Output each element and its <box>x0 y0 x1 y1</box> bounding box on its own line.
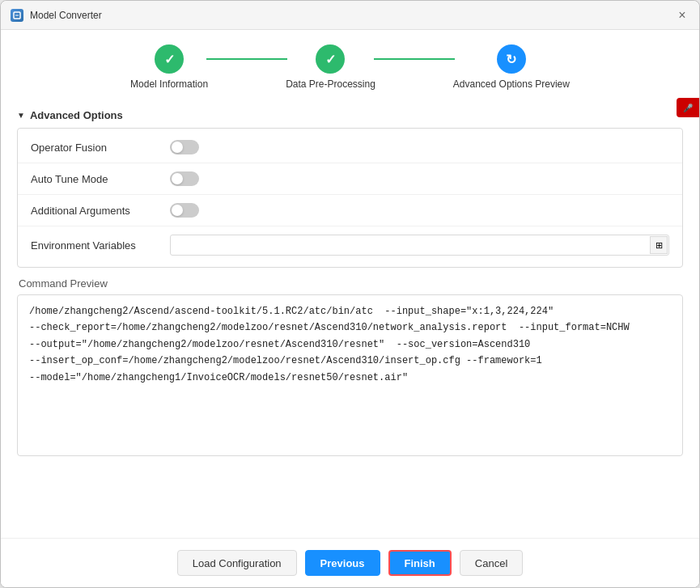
environment-variables-container: ⊞ <box>170 235 669 256</box>
additional-arguments-label: Additional Arguments <box>31 205 160 217</box>
operator-fusion-label: Operator Fusion <box>31 142 160 154</box>
title-bar: Model Converter × <box>1 1 699 30</box>
additional-arguments-toggle[interactable] <box>170 203 199 218</box>
app-icon <box>11 9 23 22</box>
command-preview-label: Command Preview <box>17 277 683 290</box>
finish-button[interactable]: Finish <box>388 550 452 576</box>
load-configuration-button[interactable]: Load Configuration <box>177 550 297 576</box>
step3-circle: ↻ <box>497 44 526 74</box>
additional-arguments-track <box>170 203 199 218</box>
step1-label: Model Information <box>130 78 208 90</box>
step3-spinner-icon: ↻ <box>506 52 516 67</box>
auto-tune-mode-label: Auto Tune Mode <box>31 173 160 185</box>
auto-tune-mode-row: Auto Tune Mode <box>18 163 682 195</box>
mic-icon: 🎤 <box>684 103 693 112</box>
step-model-information: ✓ Model Information <box>130 44 208 90</box>
previous-button[interactable]: Previous <box>305 550 380 576</box>
auto-tune-mode-track <box>170 171 199 186</box>
auto-tune-mode-toggle[interactable] <box>170 171 199 186</box>
expand-icon: ⊞ <box>655 240 663 251</box>
operator-fusion-track <box>170 140 199 154</box>
step3-label: Advanced Options Preview <box>453 78 570 90</box>
environment-variables-expand-button[interactable]: ⊞ <box>650 236 668 254</box>
step-advanced-options: ↻ Advanced Options Preview <box>453 44 570 90</box>
step2-circle: ✓ <box>316 44 345 74</box>
step1-circle: ✓ <box>155 44 184 74</box>
window-title: Model Converter <box>30 10 102 21</box>
operator-fusion-row: Operator Fusion <box>18 132 682 163</box>
connector-2-3 <box>374 58 455 60</box>
step2-check-icon: ✓ <box>325 52 336 67</box>
close-button[interactable]: × <box>675 8 689 23</box>
step1-check-icon: ✓ <box>164 52 175 67</box>
stepper: ✓ Model Information ✓ Data Pre-Processin… <box>1 30 699 101</box>
section-arrow-icon: ▼ <box>17 111 25 120</box>
options-panel: Operator Fusion Auto Tune Mode Additiona… <box>17 128 683 268</box>
main-content: ▼ Advanced Options Operator Fusion Auto … <box>1 101 699 538</box>
cancel-button[interactable]: Cancel <box>460 550 523 576</box>
additional-arguments-row: Additional Arguments <box>18 195 682 226</box>
connector-1-2 <box>206 58 287 60</box>
side-panel-button[interactable]: 🎤 <box>677 98 699 117</box>
command-preview-box: /home/zhangcheng2/Ascend/ascend-toolkit/… <box>17 294 683 456</box>
title-bar-left: Model Converter <box>11 9 102 22</box>
environment-variables-row: Environment Variables ⊞ <box>18 226 682 264</box>
footer: Load Configuration Previous Finish Cance… <box>1 538 699 587</box>
command-preview-section: Command Preview /home/zhangcheng2/Ascend… <box>17 277 683 456</box>
main-window: Model Converter × ✓ Model Information ✓ … <box>0 0 700 588</box>
section-label: Advanced Options <box>30 109 123 121</box>
step-data-preprocessing: ✓ Data Pre-Processing <box>286 44 375 90</box>
environment-variables-label: Environment Variables <box>31 239 160 252</box>
step2-label: Data Pre-Processing <box>286 78 375 90</box>
environment-variables-input[interactable] <box>170 235 669 256</box>
advanced-options-header[interactable]: ▼ Advanced Options <box>17 101 683 128</box>
operator-fusion-toggle[interactable] <box>170 140 199 154</box>
